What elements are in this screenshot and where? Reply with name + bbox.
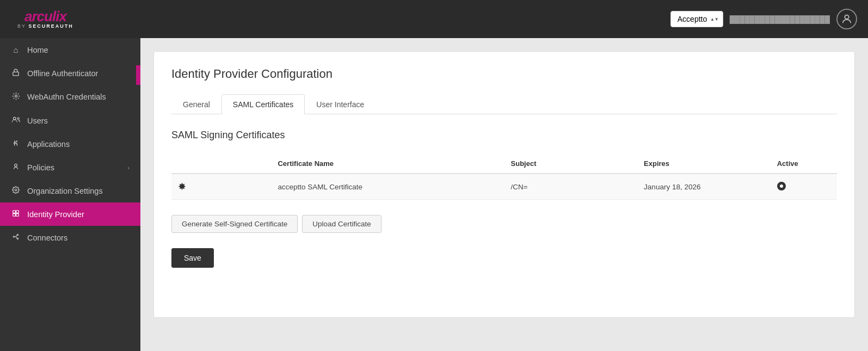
org-settings-icon <box>11 186 21 195</box>
toggle-icon: ☰ <box>140 71 140 79</box>
tenant-select[interactable]: Acceptto <box>670 11 723 27</box>
save-button[interactable]: Save <box>171 248 214 268</box>
identity-provider-icon <box>11 210 21 219</box>
sidebar: ☰ ⌂ Home Offline Authenticator WebAut <box>0 38 140 351</box>
users-icon <box>11 116 21 125</box>
svg-rect-11 <box>16 214 19 217</box>
tabs-bar: General SAML Certificates User Interface <box>171 94 837 114</box>
sidebar-item-label: Applications <box>27 140 70 149</box>
save-row: Save <box>171 248 837 268</box>
user-email: ████████████████████ <box>730 15 830 23</box>
sidebar-item-offline-authenticator[interactable]: Offline Authenticator <box>0 61 140 85</box>
sidebar-item-policies[interactable]: Policies › <box>0 156 140 179</box>
connectors-icon <box>11 233 21 242</box>
col-header-expires: Expires <box>637 154 771 174</box>
sidebar-item-users[interactable]: Users <box>0 109 140 132</box>
sidebar-item-connectors[interactable]: Connectors <box>0 226 140 249</box>
saml-section-title: SAML Signing Certificates <box>171 130 837 141</box>
svg-point-14 <box>17 238 18 239</box>
logo-sub: by SECUREAUTH <box>17 23 73 29</box>
upload-cert-button[interactable]: Upload Certificate <box>302 215 381 233</box>
applications-icon <box>11 139 21 149</box>
main-content: Identity Provider Configuration General … <box>140 38 868 351</box>
sidebar-item-identity-provider[interactable]: Identity Provider <box>0 202 140 226</box>
logo-area: arculix by SECUREAUTH <box>11 6 80 32</box>
logo-main: arculi <box>24 8 59 24</box>
table-row: ✸ acceptto SAML Certificate /CN= January… <box>171 174 837 200</box>
sidebar-item-webauthn-credentials[interactable]: WebAuthn Credentials <box>0 85 140 109</box>
tab-general[interactable]: General <box>171 94 221 114</box>
svg-point-12 <box>13 236 14 237</box>
tenant-select-wrapper[interactable]: Acceptto <box>670 11 723 27</box>
logo-text: arculix <box>24 9 66 23</box>
svg-point-3 <box>13 117 16 120</box>
policies-arrow-icon: › <box>127 164 130 171</box>
logo-x: x <box>59 8 66 24</box>
sidebar-toggle[interactable]: ☰ <box>136 65 140 85</box>
lock-icon <box>11 69 21 78</box>
svg-point-4 <box>17 118 19 119</box>
sidebar-item-applications[interactable]: Applications <box>0 132 140 156</box>
sidebar-item-label: Users <box>27 116 48 125</box>
sidebar-item-label: Organization Settings <box>27 187 103 195</box>
svg-rect-1 <box>13 72 19 75</box>
cert-star-icon: ✸ <box>178 181 186 192</box>
col-header-name: Certificate Name <box>271 154 504 174</box>
sidebar-item-label: WebAuthn Credentials <box>27 93 106 101</box>
col-header-icon <box>171 154 271 174</box>
home-icon: ⌂ <box>11 45 21 54</box>
svg-rect-9 <box>16 211 19 213</box>
sidebar-item-label: Connectors <box>27 233 67 242</box>
logo-box: arculix by SECUREAUTH <box>11 6 80 32</box>
cert-row-expires: January 18, 2026 <box>637 174 771 200</box>
certificates-table: Certificate Name Subject Expires Active … <box>171 154 837 200</box>
cert-row-icon: ✸ <box>171 174 271 200</box>
svg-rect-10 <box>13 214 16 217</box>
layout: ☰ ⌂ Home Offline Authenticator WebAut <box>0 38 868 351</box>
generate-cert-button[interactable]: Generate Self-Signed Certificate <box>171 215 298 233</box>
cert-actions: Generate Self-Signed Certificate Upload … <box>171 215 837 233</box>
tab-user-interface[interactable]: User Interface <box>305 94 375 114</box>
svg-point-5 <box>14 143 15 144</box>
sidebar-item-organization-settings[interactable]: Organization Settings <box>0 179 140 202</box>
svg-point-2 <box>15 95 17 97</box>
col-header-active: Active <box>771 154 837 174</box>
svg-point-6 <box>15 164 17 167</box>
svg-rect-8 <box>13 211 16 213</box>
webauthn-icon <box>11 92 21 102</box>
col-header-subject: Subject <box>504 154 638 174</box>
cert-row-name: acceptto SAML Certificate <box>271 174 504 200</box>
sidebar-item-label: Identity Provider <box>27 210 84 219</box>
svg-point-7 <box>15 189 17 191</box>
sidebar-item-home[interactable]: ⌂ Home <box>0 38 140 61</box>
svg-point-13 <box>17 234 18 235</box>
sidebar-item-label: Policies <box>27 163 54 172</box>
header: arculix by SECUREAUTH Acceptto █████████… <box>0 0 868 38</box>
policies-icon <box>11 163 21 172</box>
page-card: Identity Provider Configuration General … <box>153 51 855 318</box>
page-title: Identity Provider Configuration <box>171 67 837 81</box>
sidebar-item-label: Home <box>27 46 48 54</box>
tab-saml-certificates[interactable]: SAML Certificates <box>221 94 305 114</box>
cert-row-active[interactable] <box>771 174 837 200</box>
user-avatar[interactable] <box>836 9 857 29</box>
active-radio[interactable] <box>777 182 786 190</box>
sidebar-item-label: Offline Authenticator <box>27 69 98 78</box>
saml-section: SAML Signing Certificates Certificate Na… <box>171 130 837 233</box>
svg-point-0 <box>845 15 848 19</box>
cert-row-subject: /CN= <box>504 174 638 200</box>
header-right: Acceptto ████████████████████ <box>670 9 857 29</box>
